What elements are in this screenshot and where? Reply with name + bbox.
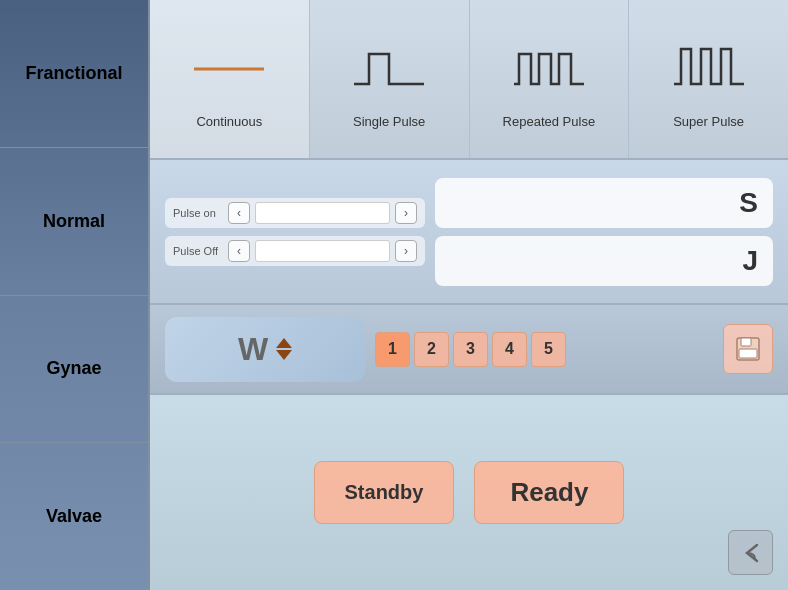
pulse-on-row: Pulse on ‹ › [165, 198, 425, 228]
s-display-box: S [435, 178, 773, 228]
valvae-section: Standby Ready [150, 395, 788, 590]
pulse-on-decrement[interactable]: ‹ [228, 202, 250, 224]
svg-rect-3 [739, 349, 757, 358]
w-control: W [165, 317, 365, 382]
continuous-icon [189, 29, 269, 109]
waveform-single-pulse[interactable]: Single Pulse [310, 0, 470, 158]
pulse-off-increment[interactable]: › [395, 240, 417, 262]
waveform-repeated-pulse[interactable]: Repeated Pulse [470, 0, 630, 158]
save-button[interactable] [723, 324, 773, 374]
back-icon [737, 539, 765, 567]
normal-section: Pulse on ‹ › Pulse Off ‹ › S J [150, 160, 788, 305]
num-btn-3[interactable]: 3 [453, 332, 488, 367]
save-icon [734, 335, 762, 363]
sj-display: S J [435, 178, 773, 286]
j-display-box: J [435, 236, 773, 286]
pulse-off-row: Pulse Off ‹ › [165, 236, 425, 266]
ready-button[interactable]: Ready [474, 461, 624, 524]
sidebar-item-normal[interactable]: Normal [0, 148, 148, 296]
num-btn-5[interactable]: 5 [531, 332, 566, 367]
super-pulse-icon [669, 29, 749, 109]
back-button[interactable] [728, 530, 773, 575]
sidebar: Franctional Normal Gynae Valvae [0, 0, 150, 590]
sidebar-item-fractional[interactable]: Franctional [0, 0, 148, 148]
w-increment[interactable] [276, 338, 292, 348]
waveform-super-pulse[interactable]: Super Pulse [629, 0, 788, 158]
number-buttons: 1 2 3 4 5 [375, 332, 566, 367]
waveform-section: Continuous Single Pulse Repeated P [150, 0, 788, 160]
standby-button[interactable]: Standby [314, 461, 455, 524]
num-btn-2[interactable]: 2 [414, 332, 449, 367]
sidebar-item-gynae[interactable]: Gynae [0, 296, 148, 444]
svg-rect-2 [741, 338, 751, 346]
main-container: Franctional Normal Gynae Valvae Continuo… [0, 0, 788, 590]
num-btn-1[interactable]: 1 [375, 332, 410, 367]
w-arrows [276, 338, 292, 360]
num-btn-4[interactable]: 4 [492, 332, 527, 367]
waveform-continuous[interactable]: Continuous [150, 0, 310, 158]
single-pulse-icon [349, 29, 429, 109]
pulse-controls: Pulse on ‹ › Pulse Off ‹ › [165, 198, 425, 266]
pulse-on-value[interactable] [255, 202, 390, 224]
pulse-on-increment[interactable]: › [395, 202, 417, 224]
pulse-off-value[interactable] [255, 240, 390, 262]
sidebar-item-valvae[interactable]: Valvae [0, 443, 148, 590]
action-buttons: Standby Ready [170, 461, 768, 524]
repeated-pulse-icon [509, 29, 589, 109]
content-area: Continuous Single Pulse Repeated P [150, 0, 788, 590]
w-decrement[interactable] [276, 350, 292, 360]
pulse-off-decrement[interactable]: ‹ [228, 240, 250, 262]
gynae-section: W 1 2 3 4 5 [150, 305, 788, 395]
